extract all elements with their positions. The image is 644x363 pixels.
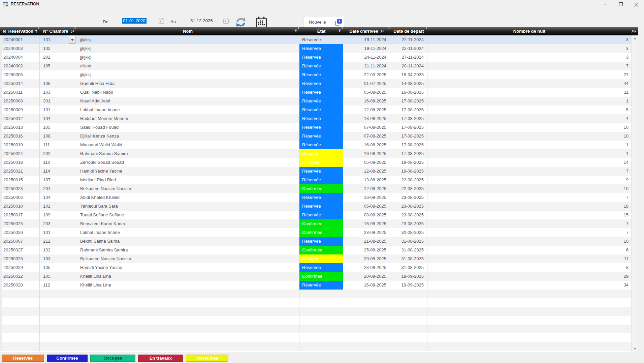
cell-status[interactable]: Confirmée <box>299 246 343 254</box>
column-header-arrival-date[interactable]: Date d'arrivée <box>343 27 390 35</box>
cell-status[interactable]: Réservée <box>299 35 343 44</box>
filter-icon[interactable] <box>338 29 342 33</box>
cell-guest-name[interactable]: cllient <box>76 62 299 70</box>
cell-arrival-date[interactable]: 21-08-2025 <box>343 237 390 246</box>
table-row[interactable]: 20240002 105 cllient Réservée 21-11-2024… <box>0 62 631 70</box>
cell-nights[interactable]: 7 <box>427 193 631 202</box>
cell-departure-date[interactable]: 23-08-2025 <box>390 202 427 211</box>
cell-status[interactable]: Réservée <box>299 79 343 88</box>
cell-arrival-date[interactable]: 23-08-2025 <box>343 263 390 272</box>
refresh-button[interactable] <box>235 16 247 28</box>
table-row[interactable]: 20250014 106 Guenifi Hiba Hiba Réservée … <box>0 79 631 88</box>
cell-arrival-date[interactable]: 16-08-2025 <box>343 281 390 290</box>
cell-room-number[interactable]: 101 <box>40 228 76 237</box>
cell-room-number[interactable]: 106 <box>40 79 76 88</box>
cell-arrival-date[interactable]: 12-08-2025 <box>343 167 390 176</box>
cell-reservation-number[interactable]: 20250015 <box>0 176 40 184</box>
cell-guest-name[interactable]: Rahmani Samira Samira <box>76 149 299 158</box>
cell-nights[interactable] <box>427 316 631 325</box>
cell-nights[interactable]: 5 <box>427 105 631 114</box>
from-date-picker-button[interactable] <box>158 18 165 24</box>
cell-guest-name[interactable]: Belkacem Nassim Nassim <box>76 184 299 193</box>
cell-status[interactable]: Confirmée <box>299 272 343 281</box>
legend-button[interactable]: Réservée <box>2 355 44 362</box>
cell-nights[interactable]: 7 <box>427 228 631 237</box>
legend-button[interactable]: Verrouillée <box>186 355 228 362</box>
table-row-empty[interactable] <box>0 325 631 333</box>
cell-room-number[interactable]: 102 <box>40 202 76 211</box>
cell-departure-date[interactable]: 22-11-2024 <box>390 35 427 44</box>
cell-arrival-date[interactable]: 19-11-2024 <box>343 35 390 44</box>
cell-arrival-date[interactable]: 05-08-2025 <box>343 158 390 167</box>
cell-departure-date[interactable] <box>390 307 427 316</box>
cell-nights[interactable]: 8 <box>427 263 631 272</box>
table-row[interactable]: 20250005 jjkjkkj Réservée 22-03-2025 18-… <box>0 70 631 79</box>
cell-status[interactable]: Occupée <box>299 149 343 158</box>
cell-guest-name[interactable]: Djillali Kenza Kenza <box>76 132 299 141</box>
cell-guest-name[interactable]: Mansouri Walid Walid <box>76 141 299 149</box>
cell-status[interactable]: Réservée <box>299 62 343 70</box>
cell-status[interactable] <box>299 298 343 307</box>
new-reservation-button[interactable]: Nouvelle + <box>303 17 345 27</box>
cell-guest-name[interactable]: Rahmani Samira Samira <box>76 246 299 254</box>
cell-departure-date[interactable]: 19-09-2025 <box>390 281 427 290</box>
cell-room-number[interactable]: 105 <box>40 263 76 272</box>
cell-arrival-date[interactable]: 01-07-2025 <box>343 79 390 88</box>
cell-reservation-number[interactable]: 20250021 <box>0 167 40 176</box>
cell-guest-name[interactable]: Bekhti Salma Salma <box>76 237 299 246</box>
cell-guest-name[interactable]: Lakhal Imane Imane <box>76 228 299 237</box>
cell-arrival-date[interactable]: 20-08-2025 <box>343 272 390 281</box>
cell-room-number[interactable]: 103 <box>40 88 76 97</box>
cell-room-number[interactable] <box>40 325 76 333</box>
table-row[interactable]: 20250008 301 Nouri Adel Adel Réservée 16… <box>0 97 631 105</box>
cell-nights[interactable]: 7 <box>427 219 631 228</box>
cell-nights[interactable]: 15 <box>427 211 631 219</box>
cell-nights[interactable] <box>427 298 631 307</box>
cell-room-number[interactable]: 112 <box>40 281 76 290</box>
cell-room-number[interactable] <box>40 333 76 342</box>
table-row[interactable]: 20250025 203 Bensalem Karim Karim Confir… <box>0 219 631 228</box>
cell-arrival-date[interactable]: 21-11-2024 <box>343 62 390 70</box>
cell-departure-date[interactable]: 19-08-2025 <box>390 167 427 176</box>
cell-arrival-date[interactable]: 20-08-2025 <box>343 254 390 263</box>
cell-status[interactable] <box>299 290 343 298</box>
table-row[interactable]: 20250020 112 Khelifi Lina Lina Réservée … <box>0 281 631 290</box>
cell-room-number[interactable]: 102 <box>40 44 76 53</box>
cell-arrival-date[interactable]: 12-08-2025 <box>343 184 390 193</box>
cell-arrival-date[interactable]: 23-08-2025 <box>343 228 390 237</box>
cell-reservation-number[interactable]: 20240003 <box>0 44 40 53</box>
search-icon[interactable] <box>70 29 74 33</box>
filter-icon[interactable] <box>294 29 298 33</box>
table-row-empty[interactable] <box>0 333 631 342</box>
cell-reservation-number[interactable]: 20250024 <box>0 149 40 158</box>
cell-reservation-number[interactable]: 20250016 <box>0 132 40 141</box>
cell-guest-name[interactable]: Medjani Riad Riad <box>76 176 299 184</box>
cell-status[interactable]: Réservée <box>299 263 343 272</box>
cell-guest-name[interactable]: Yahiaoui Sara Sara <box>76 202 299 211</box>
cell-status[interactable]: Réservée <box>299 70 343 79</box>
column-header-departure-date[interactable]: Date de départ <box>390 27 427 35</box>
cell-arrival-date[interactable]: 16-08-2025 <box>343 149 390 158</box>
cell-status[interactable]: Confirmée <box>299 228 343 237</box>
cell-nights[interactable]: 6 <box>427 246 631 254</box>
cell-reservation-number[interactable]: 20250008 <box>0 97 40 105</box>
table-row[interactable]: 20240004 202 jjkjkkj Réservée 24-11-2024… <box>0 53 631 62</box>
cell-guest-name[interactable]: Touati Sofiane Sofiane <box>76 211 299 219</box>
cell-status[interactable]: Occupée <box>299 254 343 263</box>
cell-guest-name[interactable]: Hamidi Yacine Yacine <box>76 167 299 176</box>
cell-reservation-number[interactable]: 20250020 <box>0 281 40 290</box>
cell-reservation-number[interactable]: 20250007 <box>0 237 40 246</box>
cell-arrival-date[interactable] <box>343 298 390 307</box>
table-row[interactable]: 20250015 107 Medjani Riad Riad Réservée … <box>0 176 631 184</box>
cell-reservation-number[interactable]: 20250005 <box>0 70 40 79</box>
cell-nights[interactable]: 7 <box>427 167 631 176</box>
to-date-picker-button[interactable] <box>223 18 229 24</box>
table-row[interactable]: 20250026 101 Lakhal Imane Imane Confirmé… <box>0 228 631 237</box>
cell-arrival-date[interactable]: 13-08-2025 <box>343 114 390 123</box>
cell-departure-date[interactable]: 22-08-2025 <box>390 184 427 193</box>
cell-status[interactable] <box>299 325 343 333</box>
cell-departure-date[interactable] <box>390 290 427 298</box>
filter-icon[interactable] <box>34 30 38 33</box>
cell-reservation-number[interactable]: 20250012 <box>0 114 40 123</box>
cell-nights[interactable]: 1 <box>427 97 631 105</box>
